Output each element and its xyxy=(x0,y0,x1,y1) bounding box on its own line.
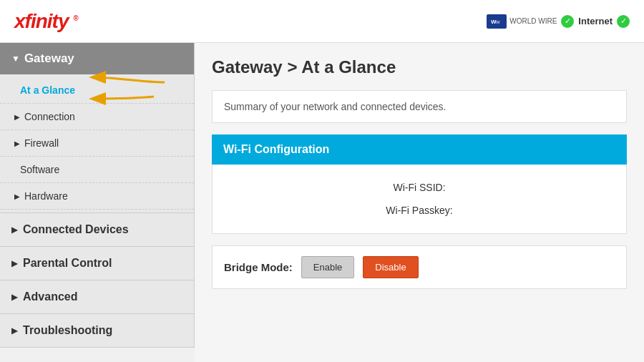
gateway-section: ▼ Gateway At a Glance ▶ Connection xyxy=(0,43,194,213)
advanced-arrow-icon: ▶ xyxy=(11,293,17,302)
worldwire-logo: W W WORLD WIRE xyxy=(487,14,557,29)
summary-text: Summary of your network and connected de… xyxy=(224,101,447,112)
sidebar-item-connected-devices[interactable]: ▶ Connected Devices xyxy=(0,213,194,247)
disable-button[interactable]: Disable xyxy=(363,256,418,278)
sidebar-item-parental-control[interactable]: ▶ Parental Control xyxy=(0,247,194,280)
bridge-mode-row: Bridge Mode: Enable Disable xyxy=(212,245,627,289)
wifi-passkey-label: Wi-Fi Passkey: xyxy=(386,205,452,216)
connection-label: Connection xyxy=(24,111,75,122)
sidebar: ▼ Gateway At a Glance ▶ Connection xyxy=(0,43,195,348)
connection-arrow-icon: ▶ xyxy=(14,113,20,121)
content-area: Gateway > At a Glance Summary of your ne… xyxy=(195,43,644,362)
sidebar-item-troubleshooting[interactable]: ▶ Troubleshooting xyxy=(0,314,194,348)
main-layout: ▼ Gateway At a Glance ▶ Connection xyxy=(0,43,644,362)
logo-text: xfinity xyxy=(14,10,68,32)
header: xfinity ® W W WORLD WIRE ✓ Internet ✓ xyxy=(0,0,644,43)
sidebar-wrapper: ▼ Gateway At a Glance ▶ Connection xyxy=(0,43,195,362)
wifi-config-section: Wi-Fi Configuration Wi-Fi SSID: Wi-Fi Pa… xyxy=(212,134,627,234)
sidebar-item-at-a-glance[interactable]: At a Glance xyxy=(0,77,194,104)
xfinity-logo: xfinity ® xyxy=(14,10,78,33)
hardware-arrow-icon: ▶ xyxy=(14,192,20,200)
bridge-mode-label: Bridge Mode: xyxy=(224,261,293,273)
troubleshooting-arrow-icon: ▶ xyxy=(11,326,17,336)
sidebar-item-advanced[interactable]: ▶ Advanced xyxy=(0,280,194,314)
gateway-header[interactable]: ▼ Gateway xyxy=(0,43,194,74)
worldwire-text: WORLD WIRE xyxy=(509,17,557,25)
wifi-ssid-label: Wi-Fi SSID: xyxy=(393,182,445,193)
wifi-passkey-row: Wi-Fi Passkey: xyxy=(224,199,615,222)
internet-check-left: ✓ xyxy=(561,15,574,28)
enable-button[interactable]: Enable xyxy=(301,256,354,278)
page-title: Gateway > At a Glance xyxy=(212,57,627,77)
gateway-subitems: At a Glance ▶ Connection ▶ Firewall Soft… xyxy=(0,74,194,212)
connected-devices-label: Connected Devices xyxy=(23,223,129,236)
gateway-arrow-icon: ▼ xyxy=(11,54,20,64)
advanced-label: Advanced xyxy=(23,290,77,303)
at-a-glance-label: At a Glance xyxy=(20,84,75,96)
firewall-label: Firewall xyxy=(24,137,59,149)
wifi-config-body: Wi-Fi SSID: Wi-Fi Passkey: xyxy=(212,165,627,234)
wifi-config-title: Wi-Fi Configuration xyxy=(223,143,329,155)
internet-check-right: ✓ xyxy=(617,15,630,28)
ww-icon: W W xyxy=(487,14,507,29)
summary-box: Summary of your network and connected de… xyxy=(212,90,627,123)
firewall-arrow-icon: ▶ xyxy=(14,140,20,147)
troubleshooting-label: Troubleshooting xyxy=(23,324,112,337)
connected-devices-arrow-icon: ▶ xyxy=(11,225,17,235)
parental-control-arrow-icon: ▶ xyxy=(11,259,17,268)
parental-control-label: Parental Control xyxy=(23,257,112,270)
sidebar-item-software[interactable]: Software xyxy=(0,157,194,183)
sidebar-item-hardware[interactable]: ▶ Hardware xyxy=(0,183,194,210)
software-label: Software xyxy=(20,164,59,175)
hardware-label: Hardware xyxy=(24,190,68,202)
wifi-ssid-row: Wi-Fi SSID: xyxy=(224,176,615,199)
gateway-label: Gateway xyxy=(24,52,74,66)
header-right: W W WORLD WIRE ✓ Internet ✓ xyxy=(487,14,630,29)
svg-text:W: W xyxy=(496,20,500,24)
sidebar-item-firewall[interactable]: ▶ Firewall xyxy=(0,130,194,157)
internet-label: Internet xyxy=(578,16,613,26)
wifi-config-header: Wi-Fi Configuration xyxy=(212,134,627,165)
sidebar-item-connection[interactable]: ▶ Connection xyxy=(0,104,194,130)
